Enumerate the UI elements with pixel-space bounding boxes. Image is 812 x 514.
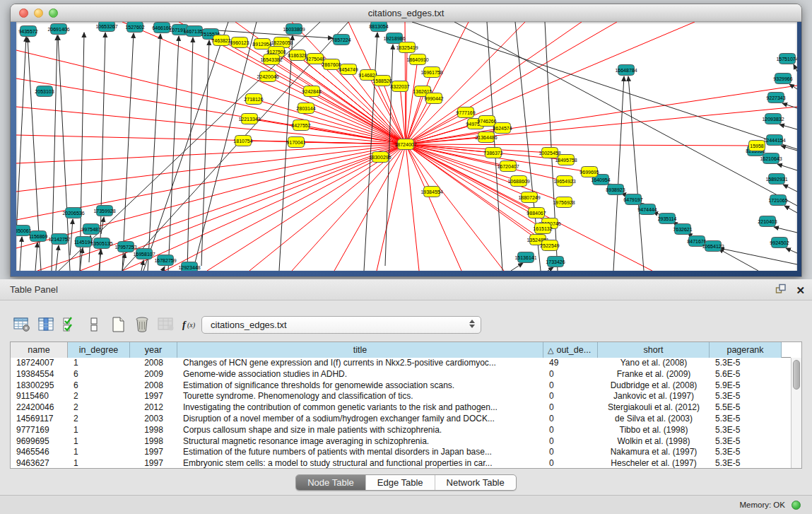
table-row[interactable]: 1872400712008Changes of HCN gene express… [11,358,791,369]
graph-node[interactable]: 9975487 [81,224,100,235]
graph-node[interactable]: 18640910 [406,54,428,65]
graph-node[interactable]: 7632621 [673,224,692,235]
graph-node[interactable]: 1615132 [533,223,552,234]
tab-network-table[interactable]: Network Table [435,475,516,490]
column-header-year[interactable]: year [130,342,177,358]
graph-node[interactable]: 16782759 [154,255,176,266]
graph-node[interactable]: 1721065 [768,195,787,206]
graph-node[interactable]: 9227343 [766,93,785,103]
graph-node[interactable]: 12142757 [48,234,70,245]
graph-node[interactable]: 8322037 [390,81,409,92]
float-window-icon[interactable] [775,284,786,296]
graph-node[interactable]: 8454749 [339,64,358,75]
graph-node[interactable]: 16033809 [283,24,305,35]
graph-node[interactable]: 16961758 [420,67,442,78]
graph-node[interactable]: 18300295 [369,152,391,163]
table-row[interactable]: 977716911998Corpus callosum shape and si… [11,425,791,436]
scrollbar-thumb[interactable] [793,360,800,390]
graph-node[interactable]: 16210643 [760,153,782,164]
graph-node[interactable]: 2718126 [244,94,263,105]
tab-node-table[interactable]: Node Table [296,475,366,490]
graph-node[interactable]: 20206536 [62,208,84,218]
memory-status-icon[interactable] [792,501,801,510]
graph-node[interactable]: 9777169 [456,107,475,118]
graph-node[interactable]: 6479197 [623,194,642,205]
graph-node[interactable]: 1156869 [29,231,48,242]
graph-node[interactable]: 17957253 [114,242,136,252]
graph-node[interactable]: 18807249 [518,192,540,203]
show-columns-button[interactable] [34,313,58,336]
graph-node[interactable]: 13505135 [90,238,112,249]
table-row[interactable]: 946554611997Estimation of the future num… [11,447,791,458]
graph-node[interactable]: 19756928 [553,197,575,208]
graph-node[interactable]: 12923448 [178,262,200,271]
function-builder-button[interactable]: f(x) [178,313,202,336]
citation-network-graph[interactable]: 9435572206914061065326715276026466160107… [16,22,797,271]
tab-edge-table[interactable]: Edge Table [366,475,435,490]
graph-node[interactable]: 18325419 [396,42,418,53]
graph-node[interactable]: 10653267 [95,22,117,32]
graph-node[interactable]: 9329966 [773,74,792,84]
graph-node[interactable]: 10025458 [539,148,560,158]
graph-node[interactable]: 21364486 [475,132,497,143]
graph-node[interactable]: 9746266 [477,116,496,127]
graph-node[interactable]: 18495758 [555,155,577,165]
graph-node[interactable]: 12093832 [762,114,784,124]
graph-node[interactable]: 18724007 [394,139,416,150]
graph-node[interactable]: 10654122 [702,241,724,252]
table-row[interactable]: 1456911722003Disruption of a novel membe… [11,414,791,425]
column-header-name[interactable]: name [11,342,68,358]
graph-node[interactable]: 15751074 [776,54,797,64]
graph-node[interactable]: 7386372 [483,148,502,158]
graph-node[interactable]: 16648784 [615,65,637,76]
graph-node[interactable]: 8427552 [291,120,310,131]
graph-node[interactable]: 16720407 [497,161,519,172]
column-header-pagerank[interactable]: pagerank [710,342,782,358]
column-header-title[interactable]: title [177,342,543,358]
table-row[interactable]: 946362711997Embryonic stem cells: a mode… [11,458,791,468]
graph-node[interactable]: 9242848 [302,86,321,97]
close-panel-icon[interactable]: ✕ [796,285,805,296]
graph-node[interactable]: 9699695 [579,167,599,177]
graph-node[interactable]: 22420046 [257,71,278,82]
graph-node[interactable]: 2053103 [35,86,54,97]
graph-node[interactable]: 8960123 [230,37,249,48]
graph-node[interactable]: 15958 [749,141,765,151]
graph-node[interactable]: 19654923 [553,176,575,187]
delete-table-button[interactable] [154,313,178,336]
table-selector-dropdown[interactable]: citations_edges.txt [201,316,481,334]
graph-node[interactable]: 9990442 [424,93,443,104]
table-row[interactable]: 911546021997Tourette syndrome. Phenomeno… [11,391,791,402]
table-row[interactable]: 2242004622012Investigating the contribut… [11,402,791,414]
table-row[interactable]: 1938455462009Genome-wide association stu… [11,369,791,380]
graph-node[interactable]: 8186328 [288,50,307,61]
table-row[interactable]: 969969511998Structural magnetic resonanc… [11,436,791,448]
graph-node[interactable]: 16543382 [260,54,282,65]
network-canvas[interactable]: 9435572206914061065326715276026466160107… [16,22,797,271]
graph-node[interactable]: 7857224 [331,35,351,45]
table-settings-button[interactable] [10,313,34,336]
graph-node[interactable]: 2522549 [540,240,559,251]
graph-node[interactable]: 16958107 [133,249,155,259]
graph-node[interactable]: 7463822 [211,35,230,46]
graph-node[interactable]: 9170041 [286,137,305,148]
graph-node[interactable]: 3624574 [493,123,512,134]
graph-node[interactable]: 2210403 [758,216,777,227]
graph-node[interactable]: 15892931 [765,174,787,185]
clear-selection-button[interactable] [82,313,106,336]
select-rows-button[interactable] [58,313,82,336]
graph-node[interactable]: 17359928 [93,206,115,216]
graph-node[interactable]: 20691406 [47,24,69,35]
graph-node[interactable]: 9435572 [18,26,37,37]
graph-node[interactable]: 1810754 [233,136,252,146]
vertical-scrollbar[interactable] [791,358,801,468]
window-titlebar[interactable]: citations_edges.txt [11,4,801,22]
table-row[interactable]: 1830029562008Estimation of significance … [11,380,791,392]
column-header-out-de-[interactable]: △out_de... [543,342,598,358]
graph-node[interactable]: 10688609 [507,176,529,187]
column-header-short[interactable]: short [598,342,710,358]
graph-node[interactable]: 9924502 [770,238,789,248]
graph-node[interactable]: 1733426 [546,257,565,267]
graph-node[interactable]: 2935114 [658,214,677,224]
new-column-button[interactable] [106,313,130,336]
